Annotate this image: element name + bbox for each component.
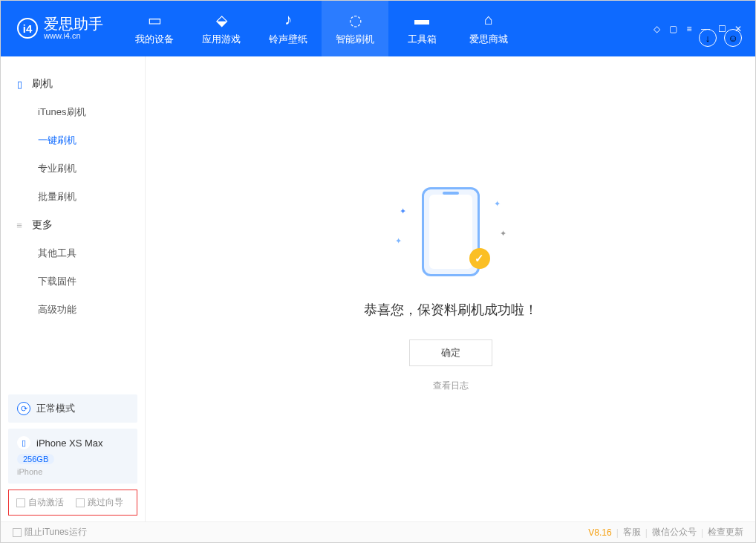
briefcase-icon: ▬ (414, 12, 430, 28)
device-type: iPhone (17, 467, 128, 476)
ok-button[interactable]: 确定 (409, 339, 492, 366)
mode-label: 正常模式 (36, 402, 75, 415)
sidebar-item-batch-flash[interactable]: 批量刷机 (1, 183, 145, 211)
view-log-link[interactable]: 查看日志 (433, 380, 469, 392)
checkbox-skip-guide[interactable]: 跳过向导 (76, 496, 123, 509)
tab-toolbox[interactable]: ▬ 工具箱 (388, 1, 455, 56)
sparkle-icon: ✦ (500, 229, 506, 238)
list-icon: ≡ (14, 220, 25, 230)
sidebar-group-flash[interactable]: ▯ 刷机 (1, 70, 145, 98)
footer-bar: 阻止iTunes运行 V8.16 | 客服 | 微信公众号 | 检查更新 (1, 521, 755, 542)
success-message: 恭喜您，保资料刷机成功啦！ (364, 301, 538, 319)
tab-store[interactable]: ⌂ 爱思商城 (455, 1, 522, 56)
download-button[interactable]: ↓ (699, 29, 717, 47)
device-icon: ▯ (14, 79, 25, 89)
box-icon[interactable]: ▢ (668, 24, 678, 34)
tab-label: 铃声壁纸 (269, 33, 307, 46)
phone-icon: ▭ (146, 12, 163, 28)
tab-label: 我的设备 (135, 33, 174, 46)
sidebar-item-itunes-flash[interactable]: iTunes刷机 (1, 98, 145, 126)
main-content: ✦ ✦ ✦ ✦ ✓ 恭喜您，保资料刷机成功啦！ 确定 查看日志 (146, 56, 755, 521)
header-bar: i4 爱思助手 www.i4.cn ▭ 我的设备 ⬙ 应用游戏 ♪ 铃声壁纸 ◌… (1, 1, 755, 56)
app-logo[interactable]: i4 爱思助手 www.i4.cn (1, 16, 121, 41)
footer-link-wechat[interactable]: 微信公众号 (652, 526, 697, 539)
sparkle-icon: ✦ (494, 199, 501, 209)
checkbox-icon (13, 528, 22, 537)
tab-my-device[interactable]: ▭ 我的设备 (121, 1, 188, 56)
cb-label: 阻止iTunes运行 (25, 526, 87, 539)
tab-apps-games[interactable]: ⬙ 应用游戏 (188, 1, 255, 56)
sidebar: ▯ 刷机 iTunes刷机 一键刷机 专业刷机 批量刷机 ≡ 更多 其他工具 下… (1, 56, 146, 521)
success-illustration: ✦ ✦ ✦ ✦ ✓ (395, 186, 506, 282)
mode-card[interactable]: ⟳ 正常模式 (8, 394, 137, 423)
main-tabs: ▭ 我的设备 ⬙ 应用游戏 ♪ 铃声壁纸 ◌ 智能刷机 ▬ 工具箱 ⌂ 爱思商城 (121, 1, 522, 56)
device-name: iPhone XS Max (36, 438, 103, 449)
cb-label: 跳过向导 (88, 496, 123, 509)
sidebar-item-advanced[interactable]: 高级功能 (1, 296, 145, 324)
app-name-cn: 爱思助手 (44, 16, 103, 32)
sidebar-item-download-fw[interactable]: 下载固件 (1, 267, 145, 296)
tab-smart-flash[interactable]: ◌ 智能刷机 (322, 1, 388, 56)
sparkle-icon: ✦ (400, 207, 406, 216)
group-title: 刷机 (32, 77, 53, 91)
cube-icon: ⬙ (213, 12, 229, 28)
app-name-en: www.i4.cn (44, 32, 103, 41)
refresh-icon: ◌ (347, 12, 363, 28)
music-note-icon: ♪ (280, 12, 296, 28)
checkbox-icon (76, 498, 85, 507)
footer-link-update[interactable]: 检查更新 (708, 526, 743, 539)
cb-label: 自动激活 (28, 496, 64, 509)
tab-label: 智能刷机 (336, 33, 374, 46)
user-button[interactable]: ☺ (724, 29, 742, 47)
sparkle-icon: ✦ (395, 236, 402, 246)
tab-label: 工具箱 (408, 33, 437, 46)
footer-link-support[interactable]: 客服 (623, 526, 641, 539)
version-label: V8.16 (588, 527, 611, 538)
group-title: 更多 (32, 218, 53, 232)
device-card[interactable]: ▯ iPhone XS Max 256GB iPhone (8, 429, 137, 484)
sidebar-item-other-tools[interactable]: 其他工具 (1, 239, 145, 267)
checkbox-block-itunes[interactable]: 阻止iTunes运行 (13, 526, 87, 539)
logo-icon: i4 (17, 18, 38, 39)
check-icon: ✓ (469, 248, 490, 269)
device-phone-icon: ▯ (22, 438, 26, 448)
checkbox-auto-activate[interactable]: 自动激活 (16, 496, 64, 509)
sidebar-group-more[interactable]: ≡ 更多 (1, 211, 145, 239)
tab-label: 应用游戏 (202, 33, 241, 46)
shirt-icon[interactable]: ◇ (651, 24, 662, 34)
sidebar-item-oneclick-flash[interactable]: 一键刷机 (1, 126, 145, 155)
checkbox-icon (16, 498, 25, 507)
tab-ringtones[interactable]: ♪ 铃声壁纸 (255, 1, 322, 56)
tab-label: 爱思商城 (469, 33, 508, 46)
shop-icon: ⌂ (480, 12, 497, 28)
highlight-box: 自动激活 跳过向导 (8, 490, 137, 516)
device-storage: 256GB (17, 454, 54, 464)
menu-icon[interactable]: ≡ (684, 24, 694, 34)
sidebar-item-pro-flash[interactable]: 专业刷机 (1, 155, 145, 183)
mode-icon: ⟳ (21, 404, 27, 414)
